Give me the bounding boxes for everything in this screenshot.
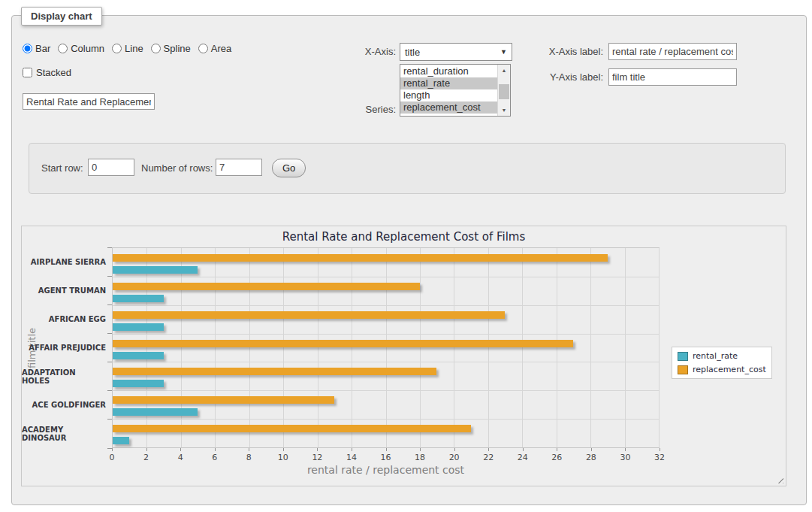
series-select-label: Series: [331,104,396,115]
chart-type-radio-column[interactable] [58,44,68,53]
x-tick-mark [557,448,557,451]
y-axis-label: AIRPLANE SIERRA [22,247,106,276]
stacked-checkbox[interactable] [23,68,32,77]
gridline-vertical [283,248,284,447]
x-tick-label: 32 [654,453,665,462]
y-axis-label-input[interactable] [608,68,737,86]
y-axis-label: ACADEMY DINOSAUR [22,420,106,448]
chart-title: Rental Rate and Replacement Cost of Film… [22,230,786,244]
bar-replacement_cost [113,340,573,347]
start-row-input[interactable] [88,159,134,176]
legend-item-rental_rate: rental_rate [678,351,766,361]
gridline-vertical [146,248,147,447]
x-tick-mark [215,448,216,451]
x-tick-label: 6 [212,453,217,462]
x-tick-mark [283,448,284,451]
legend-swatch-icon [678,365,688,374]
x-tick-mark [523,448,524,451]
gridline-horizontal [113,334,659,335]
series-multiselect[interactable]: rental_durationrental_ratelengthreplacem… [400,64,511,117]
legend-swatch-icon [678,352,688,361]
chart-type-radio-bar[interactable] [23,44,32,53]
number-of-rows-input[interactable] [216,159,262,176]
gridline-vertical [318,248,318,447]
x-tick-label: 8 [246,453,252,462]
gridline-vertical [181,248,182,447]
legend-item-replacement_cost: replacement_cost [678,365,766,374]
gridline-vertical [488,248,489,447]
x-tick-mark [454,448,455,451]
bar-rental_rate [113,295,164,302]
x-tick-mark [146,448,147,451]
x-tick-label: 10 [278,453,288,462]
gridline-horizontal [113,390,659,391]
gridline-horizontal [113,362,659,362]
chart-type-label: Area [211,43,231,54]
x-tick-mark [249,448,249,451]
resize-handle-icon[interactable] [775,475,783,483]
chart-type-line[interactable]: Line [112,43,143,54]
stacked-option[interactable]: Stacked [23,67,71,78]
x-axis-selected-value: title [405,47,420,58]
x-tick-label: 20 [449,453,460,462]
series-option-replacement_cost[interactable]: replacement_cost [400,101,497,114]
chart-type-group: BarColumnLineSplineArea [23,43,231,54]
gridline-vertical [420,248,421,447]
chart-type-label: Column [71,43,104,54]
y-axis-label: AFFAIR PREJUDICE [22,333,106,362]
gridline-horizontal [113,305,659,306]
x-axis-label-label: X-Axis label: [526,46,603,57]
bar-rental_rate [113,266,198,274]
gridline-vertical [522,248,523,447]
x-tick-label: 2 [143,453,149,462]
go-button[interactable]: Go [272,159,306,177]
chart-title-input[interactable] [23,93,155,110]
x-tick-label: 0 [110,453,115,462]
scrollbar-thumb[interactable] [499,84,509,99]
series-option-rental_duration[interactable]: rental_duration [400,65,497,77]
x-tick-label: 4 [178,453,183,462]
chart-type-label: Bar [35,43,50,54]
x-tick-label: 28 [586,453,596,462]
x-tick-mark [660,448,660,451]
chart-type-bar[interactable]: Bar [23,43,50,54]
chart-type-spline[interactable]: Spline [151,43,191,54]
series-option-rental_rate[interactable]: rental_rate [400,77,497,89]
chart-type-radio-spline[interactable] [151,44,161,53]
gridline-vertical [590,248,591,447]
bar-replacement_cost [113,311,505,319]
gridline-vertical [215,248,216,447]
gridline-vertical [386,248,387,447]
x-tick-label: 18 [415,453,425,462]
chart-legend: rental_ratereplacement_cost [672,347,772,379]
y-axis-label: ADAPTATION HOLES [22,362,106,391]
series-option-length[interactable]: length [400,89,497,101]
page: Display chart BarColumnLineSplineArea St… [0,0,812,512]
scroll-down-icon[interactable]: ▼ [498,105,510,116]
x-axis-select[interactable]: title ▼ [400,43,512,61]
y-axis-label-label: Y-Axis label: [526,71,603,83]
start-row-label: Start row: [41,162,83,174]
y-axis-label: AFRICAN EGG [22,304,106,333]
x-axis-ticks: 02468101214161820222426283032 [112,448,660,465]
gridline-vertical [454,248,454,447]
stacked-label: Stacked [36,67,71,78]
x-tick-label: 22 [483,453,494,462]
scroll-up-icon[interactable]: ▲ [498,65,510,76]
x-tick-mark [386,448,387,451]
chart-type-radio-line[interactable] [112,44,122,53]
bar-rental_rate [113,408,198,416]
bar-rental_rate [113,323,164,331]
chart-type-column[interactable]: Column [58,43,104,54]
chart-type-area[interactable]: Area [198,43,231,54]
gridline-vertical [659,248,660,447]
gridline-vertical [557,248,557,447]
chart-type-radio-area[interactable] [198,44,208,53]
x-tick-label: 16 [381,453,391,462]
series-options: rental_durationrental_ratelengthreplacem… [400,65,497,116]
plot-area [112,247,660,448]
number-of-rows-label: Number of rows: [141,162,213,174]
x-axis-label-input[interactable] [608,43,737,60]
series-scrollbar[interactable]: ▲ ▼ [497,65,510,116]
x-tick-mark [420,448,421,451]
